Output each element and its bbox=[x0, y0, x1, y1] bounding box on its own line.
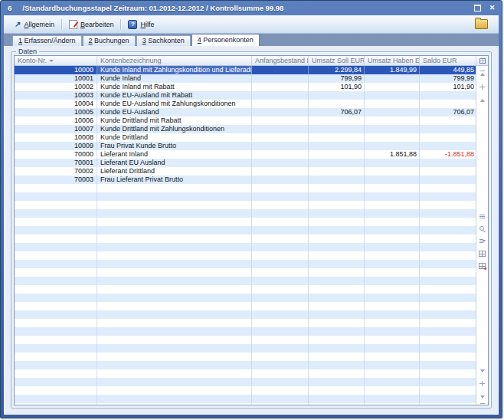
column-settings-button[interactable] bbox=[478, 250, 486, 257]
table-row-empty bbox=[15, 192, 476, 201]
cell-umsatz_soll bbox=[309, 116, 365, 125]
cell-empty bbox=[365, 260, 420, 268]
cell-empty bbox=[15, 369, 97, 378]
cell-empty bbox=[420, 243, 476, 251]
bearbeiten-button[interactable]: Bearbeiten bbox=[64, 18, 119, 31]
cell-empty bbox=[309, 327, 365, 336]
accounts-table: Konto-Nr. Kontenbezeichnung Anfangsbesta… bbox=[14, 55, 489, 405]
tab-erfassen-aendern[interactable]: 1 Erfassen/Ändern bbox=[12, 35, 82, 46]
sort-icon bbox=[479, 238, 486, 244]
cell-empty bbox=[97, 192, 252, 201]
cell-empty bbox=[252, 285, 309, 294]
table-row[interactable]: 10001Kunde Inland799,99799,99 bbox=[15, 74, 476, 83]
cell-empty bbox=[97, 319, 252, 327]
column-header-umsatz-haben[interactable]: Umsatz Haben EUR bbox=[365, 56, 420, 65]
table-row[interactable]: 10005Kunde EU-Ausland706,07706,07 bbox=[15, 108, 476, 116]
cell-empty bbox=[15, 192, 97, 201]
record-insert-up-icon bbox=[479, 84, 485, 90]
table-row[interactable]: 70002Lieferant Drittland bbox=[15, 167, 476, 176]
scroll-top-group bbox=[478, 71, 486, 103]
cell-empty bbox=[309, 218, 365, 226]
cell-umsatz_soll: 2.299,84 bbox=[309, 66, 365, 74]
sort-descending-icon bbox=[49, 60, 54, 62]
record-insert-down-button[interactable] bbox=[478, 380, 486, 387]
cell-empty bbox=[97, 403, 252, 405]
cell-anfangsbestand bbox=[252, 83, 309, 91]
cell-empty bbox=[365, 268, 420, 277]
scroll-down-button[interactable] bbox=[478, 367, 486, 374]
cell-empty bbox=[15, 302, 97, 310]
cell-empty bbox=[97, 294, 252, 302]
table-row[interactable]: 10000Kunde Inland mit Zahlungskondition … bbox=[15, 66, 476, 74]
table-row[interactable]: 70001Lieferant EU Ausland bbox=[15, 159, 476, 167]
cell-umsatz_haben: 1.849,99 bbox=[365, 66, 420, 74]
column-chooser-button[interactable] bbox=[476, 56, 488, 66]
cell-konto: 70002 bbox=[15, 167, 97, 176]
cell-empty bbox=[252, 243, 309, 251]
cell-empty bbox=[365, 344, 420, 353]
table-row[interactable]: 10002Kunde Inland mit Rabatt101,90101,90 bbox=[15, 83, 476, 91]
table-row[interactable]: 70003Frau Lieferant Privat Brutto bbox=[15, 176, 476, 184]
table-edit-button[interactable] bbox=[478, 262, 486, 269]
cell-empty bbox=[97, 218, 252, 226]
cell-empty bbox=[365, 395, 420, 403]
tab-buchungen[interactable]: 2 Buchungen bbox=[83, 35, 136, 46]
cell-anfangsbestand bbox=[252, 100, 309, 108]
cell-empty bbox=[365, 226, 420, 235]
folder-icon[interactable] bbox=[475, 19, 488, 29]
cell-empty bbox=[309, 285, 365, 294]
scroll-up-button[interactable] bbox=[478, 97, 486, 103]
cell-empty bbox=[420, 226, 476, 235]
goto-row-button[interactable] bbox=[478, 213, 486, 220]
cell-empty bbox=[15, 201, 97, 209]
cell-empty bbox=[365, 251, 420, 260]
cell-konto: 10003 bbox=[15, 91, 97, 100]
table-row[interactable]: 10004Kunde EU-Ausland mit Zahlungskondit… bbox=[15, 100, 476, 108]
tab-sachkonten[interactable]: 3 Sachkonten bbox=[136, 35, 191, 46]
cell-empty bbox=[309, 361, 365, 369]
table-row-empty bbox=[15, 336, 476, 344]
table-row[interactable]: 10009Frau Privat Kunde Brutto bbox=[15, 142, 476, 150]
close-button[interactable]: ✕ bbox=[487, 3, 497, 12]
cell-empty bbox=[365, 336, 420, 344]
scroll-to-top-button[interactable] bbox=[478, 71, 486, 77]
table-row[interactable]: 10008Kunde Drittland bbox=[15, 133, 476, 142]
table-row[interactable]: 10006Kunde Drittland mit Rabatt bbox=[15, 116, 476, 125]
scroll-to-bottom-button[interactable] bbox=[478, 393, 486, 400]
cell-empty bbox=[97, 209, 252, 218]
tab-personenkonten[interactable]: 4 Personenkonten bbox=[191, 34, 260, 46]
cell-empty bbox=[97, 327, 252, 336]
search-button[interactable] bbox=[478, 225, 486, 232]
column-chooser-icon bbox=[479, 58, 486, 64]
record-insert-up-button[interactable] bbox=[478, 84, 486, 90]
cell-bezeichnung: Kunde Inland mit Zahlungskondition und L… bbox=[97, 66, 252, 74]
hilfe-button[interactable]: ? Hilfe bbox=[123, 18, 159, 31]
column-header-umsatz-soll[interactable]: Umsatz Soll EUR bbox=[309, 56, 365, 65]
column-header-saldo[interactable]: Saldo EUR bbox=[420, 56, 476, 65]
cell-anfangsbestand bbox=[252, 74, 309, 83]
table-row[interactable]: 70000Lieferant Inland1.851,88-1.851,88 bbox=[15, 150, 476, 159]
column-header-kontenbezeichnung[interactable]: Kontenbezeichnung bbox=[97, 56, 252, 65]
cell-empty bbox=[97, 378, 252, 386]
table-row[interactable]: 10007Kunde Drittland mit Zahlungskonditi… bbox=[15, 125, 476, 133]
cell-empty bbox=[252, 395, 309, 403]
cell-empty bbox=[252, 361, 309, 369]
cell-empty bbox=[365, 327, 420, 336]
column-header-konto-nr[interactable]: Konto-Nr. bbox=[15, 56, 97, 65]
column-header-anfangsbestand[interactable]: Anfangsbestand EUR bbox=[252, 56, 309, 65]
allgemein-button[interactable]: ↗ Allgemein bbox=[10, 19, 59, 30]
cell-empty bbox=[97, 201, 252, 209]
cell-empty bbox=[15, 378, 97, 386]
cell-empty bbox=[420, 310, 476, 319]
cell-saldo: 706,07 bbox=[420, 108, 476, 116]
table-row[interactable]: 10003Kunde EU-Ausland mit Rabatt bbox=[15, 91, 476, 100]
cell-empty bbox=[309, 378, 365, 386]
cell-bezeichnung: Lieferant Drittland bbox=[97, 167, 252, 176]
cell-empty bbox=[252, 251, 309, 260]
cell-umsatz_soll: 101,90 bbox=[309, 83, 365, 91]
cell-empty bbox=[365, 184, 420, 192]
cell-saldo bbox=[420, 176, 476, 184]
restore-button[interactable] bbox=[473, 3, 483, 12]
sort-button[interactable] bbox=[478, 238, 486, 244]
table-row-empty bbox=[15, 209, 476, 218]
